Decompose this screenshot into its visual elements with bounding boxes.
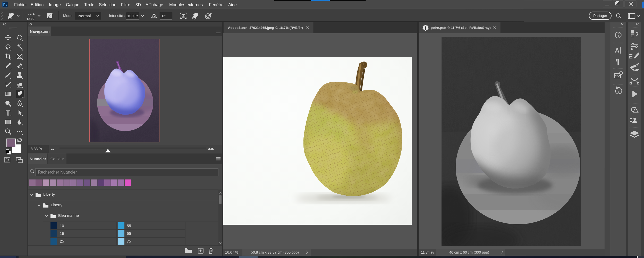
svg-text:A: A xyxy=(615,47,619,54)
svg-text:¶: ¶ xyxy=(615,57,620,65)
